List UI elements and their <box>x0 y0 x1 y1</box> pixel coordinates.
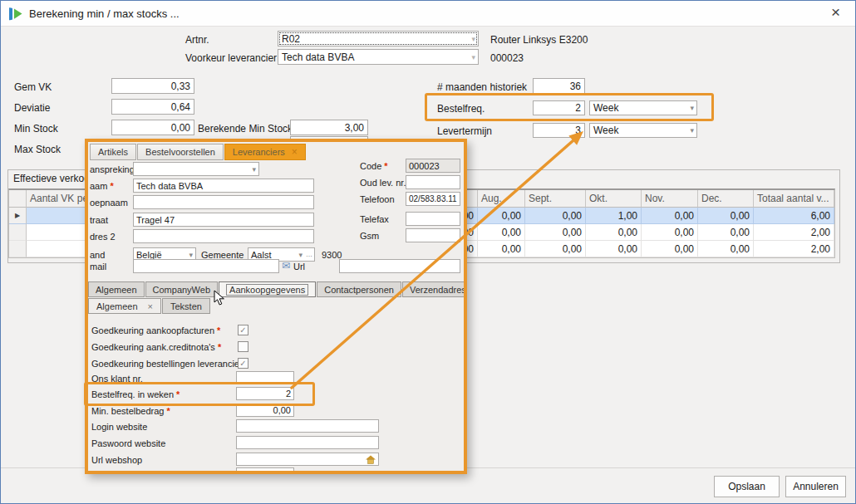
levertermijn-field[interactable]: 3 <box>533 123 585 138</box>
goedkeuring-bestellingen-label: Goedkeuring bestellingen leverancier* <box>91 359 248 369</box>
col-totaal-header[interactable]: Totaal aantal v... <box>754 190 834 208</box>
goedkeuring-bestellingen-checkbox[interactable]: ✓ <box>238 358 248 369</box>
tab-verzendadressen[interactable]: Verzendadressen <box>402 281 467 297</box>
tab-label: Leveranciers <box>233 147 285 157</box>
clipped-field[interactable] <box>236 467 294 474</box>
required-mark: * <box>384 161 387 171</box>
tab-artikels[interactable]: Artikels <box>90 144 136 160</box>
artnr-combo[interactable]: R02 ▾ <box>278 31 479 46</box>
deviatie-field[interactable]: 0,64 <box>111 99 194 115</box>
leverancier-combo[interactable]: Tech data BVBA ▾ <box>278 49 479 65</box>
app-window: Berekening min / max stocks ... × Artnr.… <box>0 0 856 504</box>
tab-aankoopgegevens[interactable]: Aankoopgegevens <box>219 281 316 297</box>
url-label: Url <box>293 262 305 272</box>
gem-vk-field[interactable]: 0,33 <box>111 78 194 94</box>
col-sept-header[interactable]: Sept. <box>525 190 586 208</box>
cell: 0,00 <box>586 241 642 257</box>
code-field[interactable]: 000023 <box>406 159 460 173</box>
tab-label: Contactpersonen <box>324 285 394 295</box>
deviatie-value: 0,64 <box>171 101 190 113</box>
title-bar: Berekening min / max stocks ... × <box>1 1 855 27</box>
col-okt-header[interactable]: Okt. <box>586 190 642 208</box>
home-icon[interactable] <box>366 455 376 464</box>
selector-header <box>9 190 27 208</box>
cell: 1,00 <box>586 208 642 224</box>
bestelfreq-unit-combo[interactable]: Week ▾ <box>589 100 697 115</box>
cell: 0,00 <box>698 208 754 224</box>
land-value: België <box>136 250 162 260</box>
tab-algemeen[interactable]: Algemeen <box>88 281 145 297</box>
straat-label: traat <box>90 215 108 225</box>
min-stock-value: 0,00 <box>171 122 190 134</box>
col-aug-header[interactable]: Aug. <box>478 190 525 208</box>
envelope-icon[interactable]: ✉ <box>282 260 290 272</box>
roepnaam-field[interactable] <box>133 195 314 209</box>
close-tab-icon[interactable]: × <box>292 146 298 158</box>
col-nov-header[interactable]: Nov. <box>642 190 698 208</box>
paswoord-website-field[interactable] <box>236 436 379 449</box>
tab-contactpersonen[interactable]: Contactpersonen <box>317 281 401 297</box>
gsm-field[interactable] <box>406 228 460 242</box>
email-field[interactable] <box>133 259 279 273</box>
ellipsis-button[interactable]: … <box>306 252 312 258</box>
leverancier-popup: Artikels Bestelvoorstellen Leveranciers … <box>85 139 467 474</box>
url-webshop-field[interactable] <box>236 453 379 466</box>
sub-tab-bar: Algemeen × Teksten <box>88 298 210 314</box>
oud-lev-label: Oud lev. nr. <box>360 178 406 188</box>
cell: 0,00 <box>525 241 586 257</box>
goedkeuring-creditnotas-checkbox[interactable] <box>238 341 248 352</box>
cell: 2,00 <box>754 224 834 241</box>
adres2-field[interactable] <box>133 229 314 243</box>
goedkeuring-facturen-label: Goedkeuring aankoopfacturen* <box>91 325 220 335</box>
bestelfreq-field[interactable]: 2 <box>533 100 585 115</box>
cancel-button[interactable]: Annuleren <box>785 476 846 497</box>
subtab-teksten[interactable]: Teksten <box>162 298 210 314</box>
required-mark: * <box>217 325 220 335</box>
cell: 0,00 <box>698 224 754 241</box>
leverancier-code: 000023 <box>490 52 524 64</box>
artnr-description: Router Linksys E3200 <box>490 34 588 46</box>
berekende-min-value: 3,00 <box>345 122 364 134</box>
cell: 0,00 <box>642 241 698 257</box>
naam-value: Tech data BVBA <box>136 181 203 191</box>
bestelfreq-value: 2 <box>575 102 581 114</box>
tab-leveranciers[interactable]: Leveranciers × <box>224 144 306 160</box>
tab-bestelvoorstellen[interactable]: Bestelvoorstellen <box>137 144 224 160</box>
ons-klant-field[interactable] <box>236 371 294 384</box>
close-tab-icon[interactable]: × <box>148 301 153 311</box>
url-field[interactable] <box>339 259 460 273</box>
goedkeuring-facturen-checkbox[interactable]: ✓ <box>238 325 248 335</box>
cell: 0,00 <box>586 224 642 241</box>
min-bestelbedrag-field[interactable]: 0,00 <box>236 404 294 417</box>
tab-label: Teksten <box>170 301 202 311</box>
bestelfreq-unit: Week <box>593 102 618 114</box>
telefoon-field[interactable]: 02/583.83.11 <box>406 192 460 206</box>
tab-label: Bestelvoorstellen <box>145 147 215 157</box>
tab-label: Verzendadressen <box>410 285 467 295</box>
gemeente-value: Aalst <box>251 250 271 260</box>
close-icon[interactable]: × <box>828 3 844 22</box>
subtab-algemeen[interactable]: Algemeen × <box>88 298 161 314</box>
levertermijn-unit-combo[interactable]: Week ▾ <box>589 123 697 138</box>
dropdown-icon: ▾ <box>471 53 475 61</box>
save-button[interactable]: Opslaan <box>714 476 780 497</box>
bestelfreq-weken-field[interactable]: 2 <box>236 387 294 400</box>
straat-field[interactable]: Tragel 47 <box>133 213 314 227</box>
telefax-field[interactable] <box>406 212 460 226</box>
check-icon: ✓ <box>239 359 246 368</box>
berekende-min-field[interactable]: 3,00 <box>290 120 368 135</box>
tab-companyweb[interactable]: CompanyWeb <box>145 281 219 297</box>
leverancier-label: Voorkeur leverancier <box>185 52 277 64</box>
col-dec-header[interactable]: Dec. <box>698 190 754 208</box>
telefoon-value: 02/583.83.11 <box>409 194 457 203</box>
min-bestelbedrag-label: Min. bestelbedrag* <box>91 406 170 416</box>
dropdown-icon: ▾ <box>471 35 475 42</box>
login-website-field[interactable] <box>236 419 379 433</box>
naam-field[interactable]: Tech data BVBA <box>133 179 314 193</box>
maanden-field[interactable]: 36 <box>533 78 585 94</box>
required-mark: * <box>166 406 170 416</box>
oud-lev-field[interactable] <box>406 175 460 189</box>
aanspreking-combo[interactable]: ▾ <box>133 162 259 176</box>
login-website-label: Login website <box>91 422 147 432</box>
min-stock-field[interactable]: 0,00 <box>111 120 194 135</box>
